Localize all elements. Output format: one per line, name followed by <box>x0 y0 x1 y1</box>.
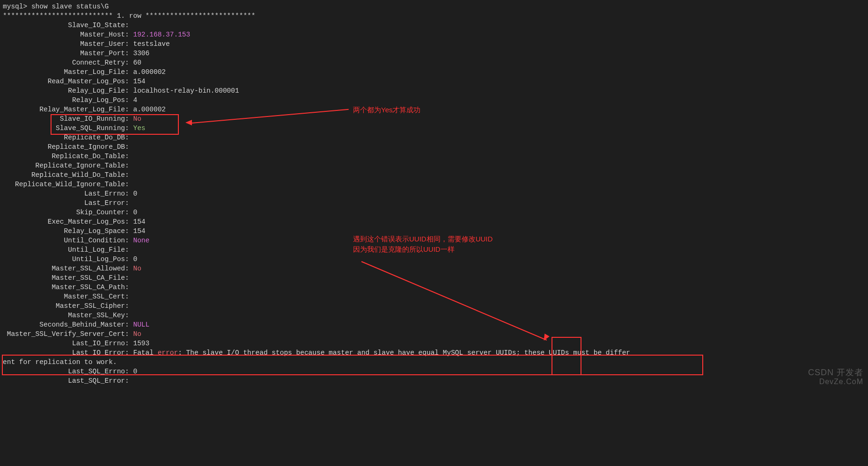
highlight-box-slave-running <box>51 114 179 135</box>
watermark: CSDN 开发者 DevZe.CoM <box>808 368 863 386</box>
highlight-box-uuids <box>552 337 581 375</box>
annotation-top: 两个都为Yes才算成功 <box>353 105 420 115</box>
highlight-box-error-line <box>2 355 703 375</box>
terminal-output: mysql> show slave status\G *************… <box>0 0 868 387</box>
annotation-mid: 遇到这个错误表示UUID相同，需要修改UUID 因为我们是克隆的所以UUID一样 <box>353 234 493 255</box>
arrow-head-top <box>185 120 192 125</box>
